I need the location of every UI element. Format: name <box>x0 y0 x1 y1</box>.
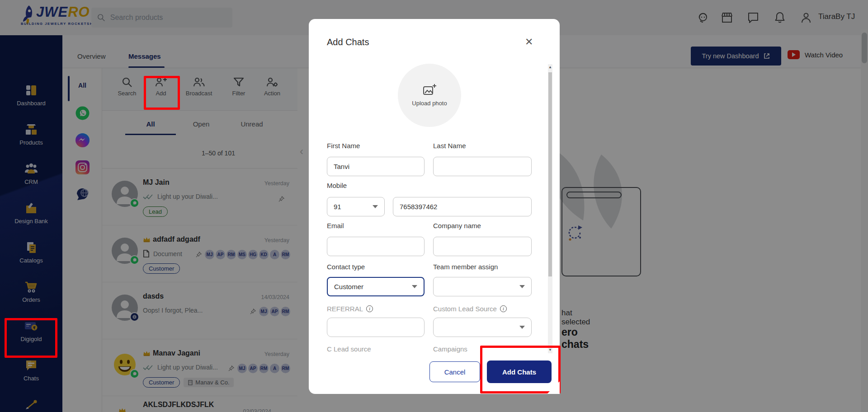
info-icon[interactable]: i <box>366 305 373 312</box>
chevron-down-icon <box>519 285 525 288</box>
lead-source-label: C Lead source <box>327 345 371 353</box>
modal-scrollbar-thumb[interactable] <box>548 72 552 276</box>
first-name-field[interactable] <box>327 157 425 176</box>
team-member-select[interactable] <box>433 277 532 296</box>
country-code-select[interactable]: 91 <box>327 197 385 216</box>
info-icon[interactable]: i <box>500 305 507 312</box>
company-name-field[interactable] <box>433 237 532 256</box>
mobile-label: Mobile <box>327 182 347 189</box>
contact-type-select[interactable]: Customer <box>327 277 425 296</box>
upload-photo-label: Upload photo <box>412 100 447 107</box>
close-icon[interactable]: ✕ <box>525 36 533 48</box>
team-member-label: Team member assign <box>433 263 498 271</box>
last-name-label: Last Name <box>433 142 466 150</box>
modal-title: Add Chats <box>327 37 369 47</box>
resize-handle[interactable] <box>547 381 560 394</box>
add-chats-modal: Add Chats ✕ Upload photo First Name Last… <box>309 19 560 394</box>
mobile-field[interactable] <box>393 197 532 216</box>
first-name-label: First Name <box>327 142 360 150</box>
highlight-box-add-toolbar <box>144 76 180 110</box>
custom-lead-source-label: Custom Lead Source i <box>433 305 507 313</box>
email-label: Email <box>327 222 344 229</box>
custom-lead-source-select[interactable] <box>433 318 532 337</box>
company-name-label: Company name <box>433 222 481 229</box>
last-name-field[interactable] <box>433 157 532 176</box>
email-field[interactable] <box>327 237 425 256</box>
highlight-box-chats-sidebar <box>5 318 57 358</box>
chevron-down-icon <box>412 285 417 288</box>
app-root: JWERO BUILDING JEWELRY ROCKETSHIPS Tiara… <box>0 0 868 412</box>
chevron-down-icon <box>373 205 378 208</box>
campaigns-label: Campaigns <box>433 345 467 353</box>
upload-photo-button[interactable]: Upload photo <box>398 64 461 127</box>
contact-type-label: Contact type <box>327 263 365 271</box>
cancel-button[interactable]: Cancel <box>429 361 480 382</box>
referral-field[interactable] <box>327 318 425 337</box>
image-plus-icon <box>423 84 436 97</box>
chevron-down-icon <box>519 326 525 329</box>
referral-label: REFERRAL i <box>327 305 373 313</box>
scroll-up-icon[interactable]: ▲ <box>548 65 552 69</box>
modal-scrollbar[interactable]: ▲ ▼ <box>548 64 552 353</box>
